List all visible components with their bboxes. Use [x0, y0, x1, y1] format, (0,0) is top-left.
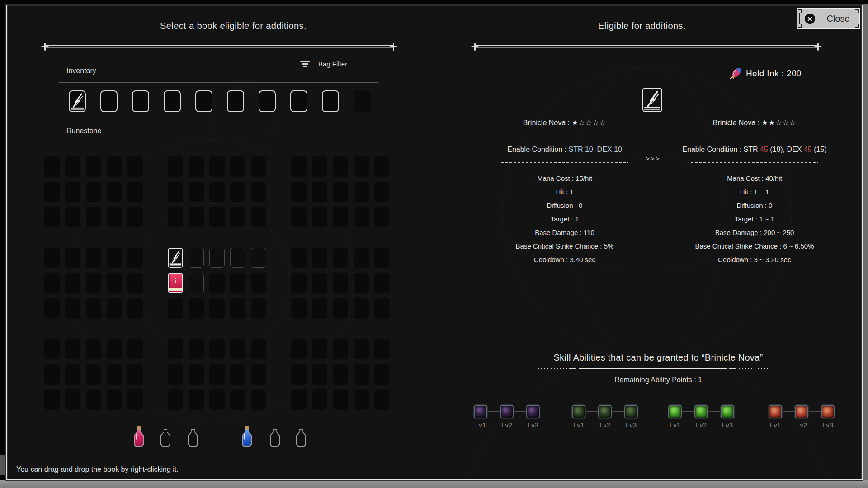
runestone-slot[interactable] — [374, 207, 390, 227]
runestone-slot[interactable] — [168, 156, 183, 177]
runestone-slot[interactable] — [168, 339, 183, 359]
runestone-slot[interactable] — [209, 207, 225, 227]
runestone-slot[interactable] — [374, 273, 390, 293]
runestone-slot[interactable] — [168, 298, 183, 319]
runestone-slot-book-red[interactable]: i — [168, 273, 183, 293]
runestone-slot[interactable] — [374, 339, 390, 359]
runestone-slot[interactable] — [354, 339, 369, 359]
runestone-slot[interactable] — [230, 364, 245, 385]
runestone-slot[interactable] — [86, 339, 101, 359]
runestone-slot[interactable] — [209, 298, 225, 319]
runestone-slot[interactable] — [168, 207, 183, 227]
runestone-slot[interactable] — [354, 207, 369, 227]
runestone-slot[interactable] — [86, 298, 101, 319]
runestone-slot[interactable] — [354, 248, 369, 268]
skill-node-icon-void-lv1[interactable] — [474, 405, 487, 418]
inventory-slot[interactable] — [100, 90, 118, 112]
runestone-slot[interactable] — [127, 248, 143, 268]
inventory-slot-book[interactable] — [69, 90, 86, 112]
runestone-slot[interactable] — [127, 207, 143, 227]
runestone-slot[interactable] — [312, 182, 327, 202]
runestone-slot[interactable] — [127, 156, 143, 177]
runestone-slot[interactable] — [354, 389, 369, 410]
runestone-slot[interactable] — [107, 273, 122, 293]
runestone-slot[interactable] — [312, 156, 327, 177]
skill-node-icon-void-lv3[interactable] — [526, 405, 540, 418]
potion-slot-empty[interactable] — [296, 426, 306, 447]
runestone-slot[interactable] — [333, 248, 348, 268]
runestone-slot[interactable] — [374, 389, 390, 410]
runestone-slot[interactable] — [107, 339, 122, 359]
runestone-slot[interactable] — [209, 156, 225, 177]
inventory-slot[interactable] — [322, 90, 339, 112]
runestone-slot[interactable] — [86, 273, 101, 293]
runestone-slot[interactable] — [189, 364, 204, 385]
potion-slot-empty[interactable] — [160, 426, 170, 447]
skill-node-icon-void-lv2[interactable] — [500, 405, 514, 418]
inventory-slot[interactable] — [354, 90, 371, 112]
runestone-slot[interactable] — [107, 364, 122, 385]
runestone-slot[interactable] — [291, 182, 307, 202]
runestone-slot[interactable] — [291, 273, 307, 293]
runestone-slot[interactable] — [312, 389, 327, 410]
runestone-slot[interactable] — [189, 156, 204, 177]
runestone-slot[interactable] — [65, 273, 80, 293]
runestone-slot[interactable] — [333, 182, 348, 202]
runestone-slot[interactable] — [374, 156, 390, 177]
runestone-slot[interactable] — [127, 273, 143, 293]
runestone-slot[interactable] — [107, 248, 122, 268]
runestone-slot[interactable] — [127, 364, 143, 385]
runestone-slot[interactable] — [374, 364, 390, 385]
runestone-slot[interactable] — [230, 339, 245, 359]
runestone-slot[interactable] — [333, 273, 348, 293]
runestone-slot[interactable] — [107, 298, 122, 319]
runestone-slot[interactable] — [189, 182, 204, 202]
runestone-slot[interactable] — [251, 389, 266, 410]
runestone-slot[interactable] — [312, 364, 327, 385]
runestone-slot[interactable] — [127, 298, 143, 319]
runestone-slot[interactable] — [374, 248, 390, 268]
runestone-slot[interactable] — [291, 389, 307, 410]
skill-node-icon-crimson-lv2[interactable] — [795, 405, 808, 418]
runestone-slot[interactable] — [209, 273, 225, 293]
runestone-slot[interactable] — [312, 273, 327, 293]
runestone-slot[interactable] — [354, 364, 369, 385]
runestone-slot[interactable] — [86, 248, 101, 268]
runestone-slot[interactable] — [251, 364, 266, 385]
runestone-slot[interactable] — [251, 248, 266, 268]
runestone-slot[interactable] — [86, 389, 101, 410]
runestone-slot[interactable] — [374, 182, 390, 202]
potion-slot-health[interactable] — [134, 426, 144, 447]
runestone-slot[interactable] — [107, 182, 122, 202]
inventory-slot[interactable] — [132, 90, 149, 112]
runestone-slot[interactable] — [86, 182, 101, 202]
runestone-slot[interactable] — [230, 207, 245, 227]
runestone-slot[interactable] — [251, 273, 266, 293]
runestone-slot[interactable] — [291, 364, 307, 385]
skill-node-icon-moss-lv2[interactable] — [598, 405, 612, 418]
runestone-slot[interactable] — [168, 182, 183, 202]
runestone-slot[interactable] — [65, 339, 80, 359]
skill-node-icon-crimson-lv1[interactable] — [769, 405, 782, 418]
close-button[interactable]: Close — [797, 8, 860, 29]
runestone-slot[interactable] — [44, 389, 60, 410]
inventory-slot[interactable] — [259, 90, 276, 112]
potion-slot-empty[interactable] — [270, 426, 280, 447]
bag-filter-button[interactable]: Bag Filter — [300, 59, 382, 71]
runestone-slot[interactable] — [44, 364, 60, 385]
runestone-slot[interactable] — [65, 207, 80, 227]
runestone-slot[interactable] — [127, 389, 143, 410]
runestone-slot[interactable] — [291, 207, 307, 227]
runestone-slot[interactable] — [312, 298, 327, 319]
runestone-slot[interactable] — [312, 248, 327, 268]
runestone-slot[interactable] — [354, 298, 369, 319]
runestone-slot[interactable] — [333, 389, 348, 410]
runestone-slot[interactable] — [230, 273, 245, 293]
runestone-slot[interactable] — [209, 248, 225, 268]
skill-node-icon-crimson-lv3[interactable] — [821, 405, 835, 418]
runestone-slot[interactable] — [44, 298, 60, 319]
runestone-slot[interactable] — [354, 182, 369, 202]
runestone-slot[interactable] — [354, 273, 369, 293]
runestone-slot[interactable] — [44, 248, 60, 268]
runestone-slot[interactable] — [44, 182, 60, 202]
